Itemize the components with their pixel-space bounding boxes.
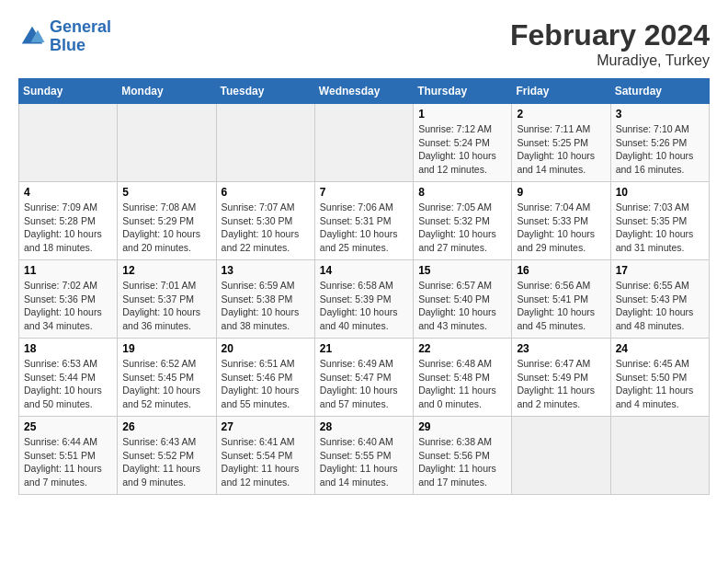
calendar-cell: 23Sunrise: 6:47 AM Sunset: 5:49 PM Dayli…	[512, 339, 610, 417]
calendar-cell	[610, 417, 709, 495]
day-info: Sunrise: 7:12 AM Sunset: 5:24 PM Dayligh…	[418, 122, 506, 177]
calendar-body: 1Sunrise: 7:12 AM Sunset: 5:24 PM Daylig…	[19, 104, 710, 495]
header-tuesday: Tuesday	[216, 79, 314, 104]
day-number: 14	[320, 264, 408, 277]
day-number: 13	[222, 264, 310, 277]
day-info: Sunrise: 7:06 AM Sunset: 5:31 PM Dayligh…	[320, 201, 408, 255]
calendar-table: Sunday Monday Tuesday Wednesday Thursday…	[18, 78, 710, 495]
day-number: 22	[418, 342, 506, 355]
day-number: 17	[616, 264, 704, 277]
header-sunday: Sunday	[19, 79, 118, 104]
calendar-cell	[118, 104, 216, 182]
calendar-cell: 28Sunrise: 6:40 AM Sunset: 5:55 PM Dayli…	[314, 417, 413, 495]
day-info: Sunrise: 7:04 AM Sunset: 5:33 PM Dayligh…	[517, 201, 605, 255]
calendar-cell: 26Sunrise: 6:43 AM Sunset: 5:52 PM Dayli…	[118, 417, 216, 495]
calendar-cell: 16Sunrise: 6:56 AM Sunset: 5:41 PM Dayli…	[512, 260, 610, 339]
day-info: Sunrise: 6:38 AM Sunset: 5:56 PM Dayligh…	[418, 435, 506, 489]
day-info: Sunrise: 7:08 AM Sunset: 5:29 PM Dayligh…	[122, 201, 210, 255]
calendar-week-2: 4Sunrise: 7:09 AM Sunset: 5:28 PM Daylig…	[19, 182, 710, 260]
calendar-cell: 14Sunrise: 6:58 AM Sunset: 5:39 PM Dayli…	[314, 260, 413, 339]
day-number: 1	[418, 108, 506, 121]
day-number: 19	[122, 342, 210, 355]
calendar-cell: 9Sunrise: 7:04 AM Sunset: 5:33 PM Daylig…	[512, 182, 610, 260]
calendar-cell: 22Sunrise: 6:48 AM Sunset: 5:48 PM Dayli…	[414, 339, 512, 417]
day-number: 28	[320, 420, 408, 433]
calendar-cell	[216, 104, 314, 182]
header-wednesday: Wednesday	[314, 79, 413, 104]
day-info: Sunrise: 6:52 AM Sunset: 5:45 PM Dayligh…	[122, 357, 210, 411]
logo-text: General Blue	[50, 18, 111, 55]
day-number: 6	[222, 186, 310, 199]
day-info: Sunrise: 6:47 AM Sunset: 5:49 PM Dayligh…	[517, 357, 605, 411]
day-info: Sunrise: 7:11 AM Sunset: 5:25 PM Dayligh…	[517, 122, 605, 177]
day-info: Sunrise: 6:56 AM Sunset: 5:41 PM Dayligh…	[517, 279, 605, 333]
calendar-week-5: 25Sunrise: 6:44 AM Sunset: 5:51 PM Dayli…	[19, 417, 710, 495]
day-number: 12	[122, 264, 210, 277]
calendar-cell: 20Sunrise: 6:51 AM Sunset: 5:46 PM Dayli…	[216, 339, 314, 417]
calendar-cell: 25Sunrise: 6:44 AM Sunset: 5:51 PM Dayli…	[19, 417, 118, 495]
day-info: Sunrise: 6:41 AM Sunset: 5:54 PM Dayligh…	[222, 435, 310, 489]
calendar-cell: 2Sunrise: 7:11 AM Sunset: 5:25 PM Daylig…	[512, 104, 610, 182]
day-number: 5	[122, 186, 210, 199]
day-info: Sunrise: 7:05 AM Sunset: 5:32 PM Dayligh…	[418, 201, 506, 255]
day-info: Sunrise: 6:45 AM Sunset: 5:50 PM Dayligh…	[616, 357, 704, 411]
day-info: Sunrise: 7:01 AM Sunset: 5:37 PM Dayligh…	[122, 279, 210, 333]
day-number: 26	[122, 420, 210, 433]
calendar-cell: 19Sunrise: 6:52 AM Sunset: 5:45 PM Dayli…	[118, 339, 216, 417]
calendar-subtitle: Muradiye, Turkey	[510, 52, 710, 69]
day-info: Sunrise: 6:40 AM Sunset: 5:55 PM Dayligh…	[320, 435, 408, 489]
day-number: 18	[24, 342, 112, 355]
calendar-cell	[314, 104, 413, 182]
calendar-cell: 29Sunrise: 6:38 AM Sunset: 5:56 PM Dayli…	[414, 417, 512, 495]
logo-icon	[18, 23, 46, 51]
day-number: 27	[222, 420, 310, 433]
calendar-cell: 1Sunrise: 7:12 AM Sunset: 5:24 PM Daylig…	[414, 104, 512, 182]
calendar-cell: 21Sunrise: 6:49 AM Sunset: 5:47 PM Dayli…	[314, 339, 413, 417]
day-number: 10	[616, 186, 704, 199]
header-friday: Friday	[512, 79, 610, 104]
calendar-cell: 12Sunrise: 7:01 AM Sunset: 5:37 PM Dayli…	[118, 260, 216, 339]
calendar-cell	[512, 417, 610, 495]
calendar-cell: 15Sunrise: 6:57 AM Sunset: 5:40 PM Dayli…	[414, 260, 512, 339]
calendar-cell: 18Sunrise: 6:53 AM Sunset: 5:44 PM Dayli…	[19, 339, 118, 417]
day-number: 11	[24, 264, 112, 277]
calendar-cell: 7Sunrise: 7:06 AM Sunset: 5:31 PM Daylig…	[314, 182, 413, 260]
day-info: Sunrise: 7:03 AM Sunset: 5:35 PM Dayligh…	[616, 201, 704, 255]
day-number: 24	[616, 342, 704, 355]
day-info: Sunrise: 6:51 AM Sunset: 5:46 PM Dayligh…	[222, 357, 310, 411]
day-info: Sunrise: 7:10 AM Sunset: 5:26 PM Dayligh…	[616, 122, 704, 177]
calendar-cell: 6Sunrise: 7:07 AM Sunset: 5:30 PM Daylig…	[216, 182, 314, 260]
calendar-cell: 13Sunrise: 6:59 AM Sunset: 5:38 PM Dayli…	[216, 260, 314, 339]
day-number: 3	[616, 108, 704, 121]
header-saturday: Saturday	[610, 79, 709, 104]
day-number: 8	[418, 186, 506, 199]
calendar-header: Sunday Monday Tuesday Wednesday Thursday…	[19, 79, 710, 104]
day-info: Sunrise: 6:58 AM Sunset: 5:39 PM Dayligh…	[320, 279, 408, 333]
day-number: 7	[320, 186, 408, 199]
page-header: General Blue February 2024 Muradiye, Tur…	[18, 18, 710, 69]
day-info: Sunrise: 7:02 AM Sunset: 5:36 PM Dayligh…	[24, 279, 112, 333]
day-number: 21	[320, 342, 408, 355]
day-number: 4	[24, 186, 112, 199]
calendar-cell: 3Sunrise: 7:10 AM Sunset: 5:26 PM Daylig…	[610, 104, 709, 182]
calendar-cell: 8Sunrise: 7:05 AM Sunset: 5:32 PM Daylig…	[414, 182, 512, 260]
day-info: Sunrise: 7:09 AM Sunset: 5:28 PM Dayligh…	[24, 201, 112, 255]
day-number: 29	[418, 420, 506, 433]
day-number: 15	[418, 264, 506, 277]
day-number: 16	[517, 264, 605, 277]
calendar-cell: 5Sunrise: 7:08 AM Sunset: 5:29 PM Daylig…	[118, 182, 216, 260]
day-info: Sunrise: 6:59 AM Sunset: 5:38 PM Dayligh…	[222, 279, 310, 333]
day-info: Sunrise: 7:07 AM Sunset: 5:30 PM Dayligh…	[222, 201, 310, 255]
day-number: 9	[517, 186, 605, 199]
day-number: 25	[24, 420, 112, 433]
day-info: Sunrise: 6:48 AM Sunset: 5:48 PM Dayligh…	[418, 357, 506, 411]
calendar-title: February 2024	[510, 18, 710, 52]
day-info: Sunrise: 6:53 AM Sunset: 5:44 PM Dayligh…	[24, 357, 112, 411]
calendar-week-4: 18Sunrise: 6:53 AM Sunset: 5:44 PM Dayli…	[19, 339, 710, 417]
day-info: Sunrise: 6:55 AM Sunset: 5:43 PM Dayligh…	[616, 279, 704, 333]
header-thursday: Thursday	[414, 79, 512, 104]
day-number: 2	[517, 108, 605, 121]
calendar-cell: 27Sunrise: 6:41 AM Sunset: 5:54 PM Dayli…	[216, 417, 314, 495]
calendar-cell: 10Sunrise: 7:03 AM Sunset: 5:35 PM Dayli…	[610, 182, 709, 260]
calendar-cell: 11Sunrise: 7:02 AM Sunset: 5:36 PM Dayli…	[19, 260, 118, 339]
